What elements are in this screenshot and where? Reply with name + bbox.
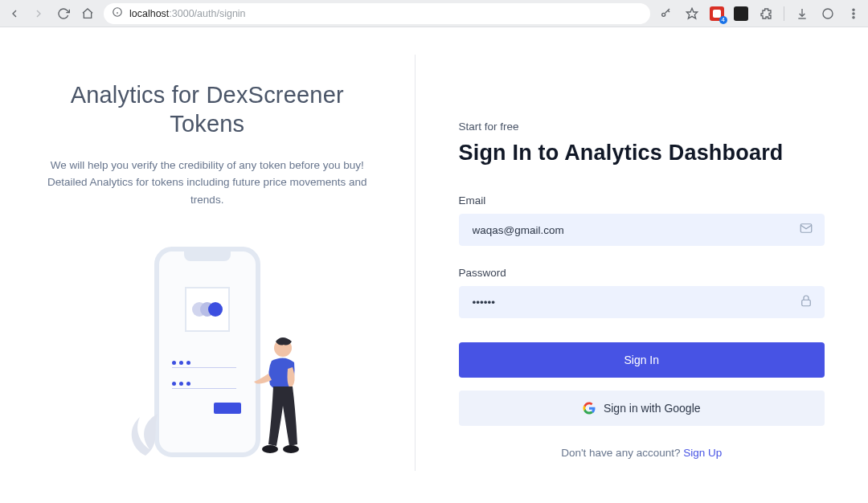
phone-notch: [184, 251, 231, 261]
svg-point-10: [262, 445, 278, 453]
signup-link[interactable]: Sign Up: [683, 447, 722, 459]
reload-button[interactable]: [55, 5, 72, 22]
google-logo-icon: [583, 402, 596, 415]
svg-marker-4: [686, 8, 697, 18]
kebab-menu-icon[interactable]: [845, 6, 862, 22]
toolbar-right: 4: [658, 6, 862, 22]
home-button[interactable]: [80, 5, 96, 22]
url-host: localhost: [129, 8, 169, 19]
password-input[interactable]: [459, 286, 825, 318]
download-icon[interactable]: [794, 6, 810, 22]
svg-rect-13: [802, 300, 811, 306]
svg-point-7: [853, 12, 854, 14]
email-input[interactable]: [459, 214, 825, 246]
hero-title-line1: Analytics for DexScreener: [24, 80, 391, 109]
mail-icon: [799, 221, 813, 239]
svg-point-8: [853, 16, 854, 18]
svg-point-3: [662, 13, 665, 16]
svg-rect-12: [800, 224, 812, 233]
bookmark-star-icon[interactable]: [684, 6, 700, 22]
phone-icon: [154, 247, 260, 457]
extension-grid-icon[interactable]: [734, 6, 748, 21]
hero-title-line2: Tokens: [24, 109, 391, 138]
svg-point-5: [823, 9, 833, 18]
google-signin-label: Sign in with Google: [604, 402, 701, 415]
browser-toolbar: localhost:3000/auth/signin 4: [0, 0, 868, 27]
site-info-icon[interactable]: [112, 6, 123, 20]
globe-icon[interactable]: [820, 6, 836, 22]
hero-title: Analytics for DexScreener Tokens: [24, 80, 391, 139]
password-key-icon[interactable]: [658, 6, 674, 22]
dot-icon: [208, 302, 223, 317]
toolbar-separator: [784, 6, 784, 21]
phone-button-icon: [214, 403, 241, 414]
leaf-icon: [125, 412, 166, 456]
url-text: localhost:3000/auth/signin: [129, 8, 246, 19]
hero-subtitle: We will help you verify the credibility …: [39, 157, 376, 209]
page-content: Analytics for DexScreener Tokens We will…: [0, 27, 868, 503]
extension-badge-count: 4: [719, 16, 727, 24]
lock-icon: [799, 293, 813, 311]
forward-button[interactable]: [31, 5, 47, 22]
form-column: Start for free Sign In to Analytics Dash…: [416, 48, 869, 503]
signin-button[interactable]: Sign In: [459, 342, 825, 378]
password-label: Password: [459, 267, 825, 279]
svg-point-6: [853, 9, 854, 10]
phone-field: [172, 382, 236, 399]
google-signin-button[interactable]: Sign in with Google: [459, 391, 825, 426]
hero-illustration: [24, 247, 391, 472]
svg-point-11: [283, 445, 299, 453]
phone-card: [185, 287, 230, 332]
signup-prefix: Don't have any account?: [561, 447, 680, 459]
email-label: Email: [459, 194, 825, 207]
address-bar[interactable]: localhost:3000/auth/signin: [104, 3, 650, 24]
phone-field: [172, 361, 236, 378]
back-button[interactable]: [6, 5, 23, 22]
password-field-wrap: [459, 286, 825, 318]
extensions-puzzle-icon[interactable]: [758, 6, 774, 22]
form-eyebrow: Start for free: [459, 121, 825, 133]
url-path: :3000/auth/signin: [169, 8, 245, 19]
person-icon: [249, 337, 312, 454]
extension-badge-icon[interactable]: 4: [710, 6, 724, 21]
email-field-wrap: [459, 214, 825, 246]
hero-column: Analytics for DexScreener Tokens We will…: [0, 48, 415, 503]
form-title: Sign In to Analytics Dashboard: [459, 141, 825, 166]
signup-row: Don't have any account? Sign Up: [459, 447, 825, 459]
